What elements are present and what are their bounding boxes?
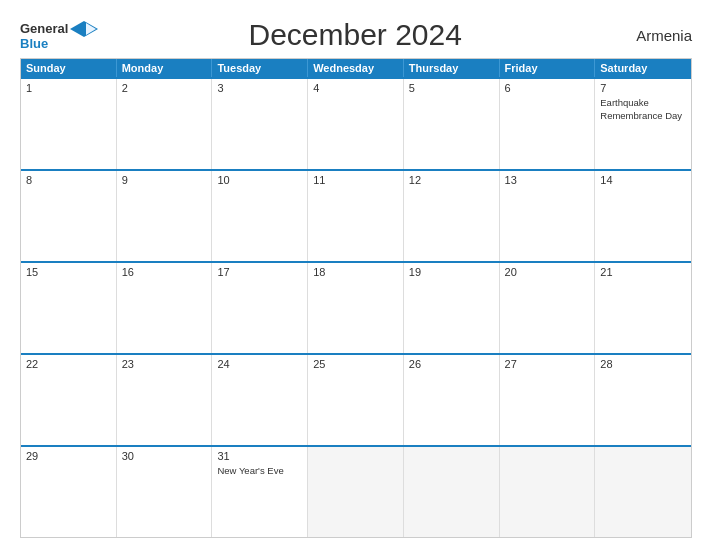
logo-general-text: General: [20, 22, 68, 35]
day-cell: 3: [212, 79, 308, 169]
day-cell: [500, 447, 596, 537]
day-number: 19: [409, 266, 494, 278]
day-number: 1: [26, 82, 111, 94]
header: General Blue December 2024 Armenia: [20, 18, 692, 52]
day-header-saturday: Saturday: [595, 59, 691, 77]
day-cell: [308, 447, 404, 537]
day-number: 31: [217, 450, 302, 462]
day-number: 18: [313, 266, 398, 278]
day-number: 30: [122, 450, 207, 462]
event-label: Earthquake Remembrance Day: [600, 97, 682, 121]
day-cell: 22: [21, 355, 117, 445]
day-cell: 16: [117, 263, 213, 353]
day-cell: 28: [595, 355, 691, 445]
day-number: 23: [122, 358, 207, 370]
day-cell: 2: [117, 79, 213, 169]
page: General Blue December 2024 Armenia Sunda…: [0, 0, 712, 550]
day-cell: 13: [500, 171, 596, 261]
day-header-wednesday: Wednesday: [308, 59, 404, 77]
calendar-title: December 2024: [98, 18, 612, 52]
day-number: 10: [217, 174, 302, 186]
day-headers-row: SundayMondayTuesdayWednesdayThursdayFrid…: [21, 59, 691, 77]
day-number: 5: [409, 82, 494, 94]
event-label: New Year's Eve: [217, 465, 283, 476]
day-cell: 18: [308, 263, 404, 353]
day-cell: 7Earthquake Remembrance Day: [595, 79, 691, 169]
week-row-5: 293031New Year's Eve: [21, 445, 691, 537]
day-number: 14: [600, 174, 686, 186]
day-number: 4: [313, 82, 398, 94]
day-cell: [404, 447, 500, 537]
day-cell: 25: [308, 355, 404, 445]
day-cell: 21: [595, 263, 691, 353]
day-header-monday: Monday: [117, 59, 213, 77]
logo-blue-text: Blue: [20, 37, 48, 50]
day-cell: 4: [308, 79, 404, 169]
calendar: SundayMondayTuesdayWednesdayThursdayFrid…: [20, 58, 692, 538]
day-cell: 29: [21, 447, 117, 537]
day-number: 6: [505, 82, 590, 94]
day-number: 22: [26, 358, 111, 370]
day-number: 29: [26, 450, 111, 462]
week-row-2: 891011121314: [21, 169, 691, 261]
logo-flag-icon: [70, 21, 98, 37]
day-number: 11: [313, 174, 398, 186]
week-row-3: 15161718192021: [21, 261, 691, 353]
day-number: 25: [313, 358, 398, 370]
day-cell: 31New Year's Eve: [212, 447, 308, 537]
day-cell: 11: [308, 171, 404, 261]
day-cell: 5: [404, 79, 500, 169]
day-number: 20: [505, 266, 590, 278]
day-header-friday: Friday: [500, 59, 596, 77]
day-cell: 23: [117, 355, 213, 445]
day-cell: 12: [404, 171, 500, 261]
day-cell: 30: [117, 447, 213, 537]
day-cell: 1: [21, 79, 117, 169]
week-row-1: 1234567Earthquake Remembrance Day: [21, 77, 691, 169]
day-cell: 8: [21, 171, 117, 261]
day-number: 17: [217, 266, 302, 278]
day-number: 7: [600, 82, 686, 94]
weeks-container: 1234567Earthquake Remembrance Day8910111…: [21, 77, 691, 537]
day-number: 16: [122, 266, 207, 278]
day-header-sunday: Sunday: [21, 59, 117, 77]
day-cell: 14: [595, 171, 691, 261]
week-row-4: 22232425262728: [21, 353, 691, 445]
logo: General Blue: [20, 21, 98, 50]
day-cell: 19: [404, 263, 500, 353]
day-header-tuesday: Tuesday: [212, 59, 308, 77]
day-cell: 9: [117, 171, 213, 261]
day-cell: 10: [212, 171, 308, 261]
day-number: 24: [217, 358, 302, 370]
day-cell: 6: [500, 79, 596, 169]
day-number: 27: [505, 358, 590, 370]
day-number: 26: [409, 358, 494, 370]
day-number: 15: [26, 266, 111, 278]
day-number: 13: [505, 174, 590, 186]
day-number: 3: [217, 82, 302, 94]
day-cell: 15: [21, 263, 117, 353]
day-number: 2: [122, 82, 207, 94]
day-cell: 20: [500, 263, 596, 353]
day-cell: 24: [212, 355, 308, 445]
day-cell: 27: [500, 355, 596, 445]
day-cell: 17: [212, 263, 308, 353]
country-label: Armenia: [612, 27, 692, 44]
day-number: 9: [122, 174, 207, 186]
day-number: 8: [26, 174, 111, 186]
svg-marker-1: [86, 23, 96, 35]
day-header-thursday: Thursday: [404, 59, 500, 77]
day-number: 28: [600, 358, 686, 370]
day-cell: 26: [404, 355, 500, 445]
day-cell: [595, 447, 691, 537]
day-number: 12: [409, 174, 494, 186]
day-number: 21: [600, 266, 686, 278]
